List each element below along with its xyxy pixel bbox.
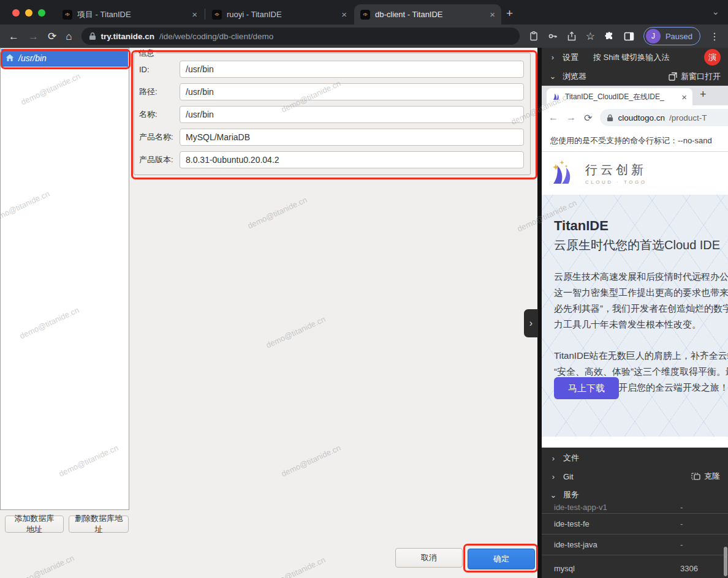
name-field[interactable] [180, 106, 524, 123]
share-icon[interactable] [567, 31, 577, 41]
close-icon[interactable]: × [681, 92, 687, 102]
bookmark-star-icon[interactable]: ☆ [586, 31, 595, 42]
address-bar[interactable]: try.titanide.cn/ide/web/coding/db-client… [82, 28, 520, 45]
password-key-icon[interactable] [548, 31, 558, 41]
db-info-form: 信息 ID: 路径: 名称: 产品名称: 产品版本: 取消 确定 [129, 48, 537, 578]
reload-icon[interactable]: ⟳ [48, 31, 56, 42]
close-window-button[interactable] [12, 9, 20, 17]
info-fieldset: 信息 ID: 路径: 名称: 产品名称: 产品版本: [134, 53, 531, 175]
service-port: - [680, 519, 683, 528]
git-clone-label: 克隆 [704, 471, 720, 482]
reload-icon[interactable]: ⟳ [584, 112, 592, 124]
embedded-new-tab-button[interactable]: + [700, 88, 707, 101]
service-name: ide-test-app-v1 [554, 503, 607, 512]
id-field[interactable] [180, 61, 524, 78]
tab-project[interactable]: ‹t› 项目 - TitanIDE × [56, 4, 203, 24]
service-row[interactable]: ide-test-java - [542, 535, 728, 555]
extensions-puzzle-icon[interactable] [604, 31, 615, 42]
hero-subtitle: 云原生时代您的首选Cloud IDE [554, 237, 728, 253]
back-icon[interactable]: ← [9, 31, 19, 42]
embedded-address-bar[interactable]: cloudtogo.cn/product-T [600, 109, 728, 126]
new-tab-button[interactable]: + [506, 7, 513, 20]
db-address-panel: /usr/bin 添加数据库地址 删除数据库地址 [0, 48, 129, 578]
clipboard-icon[interactable] [529, 31, 539, 41]
tab-title: ruoyi - TitanIDE [227, 10, 336, 19]
git-clone-button[interactable]: 克隆 [691, 471, 720, 482]
service-row[interactable]: mysql 3306 [542, 555, 728, 578]
embedded-toolbar: ← → ⟳ cloudtogo.cn/product-T [542, 105, 728, 130]
git-section-row[interactable]: › Git 克隆 [542, 467, 728, 486]
tab-db-client-active[interactable]: ‹t› db-client - TitanIDE × [354, 4, 501, 24]
home-icon [6, 54, 14, 62]
close-icon[interactable]: × [490, 9, 495, 20]
files-label: 文件 [563, 452, 579, 464]
forward-icon[interactable]: → [28, 31, 39, 42]
close-icon[interactable]: × [341, 9, 347, 20]
back-icon[interactable]: ← [548, 112, 558, 123]
service-row[interactable]: ide-test-app-v1 - [542, 499, 728, 514]
browser-content-gap [542, 437, 728, 448]
chevron-right-icon: › [550, 472, 557, 481]
add-db-address-button[interactable]: 添加数据库地址 [5, 516, 64, 533]
tab-search-chevron-icon[interactable]: ⌄ [711, 6, 719, 17]
url-path: /product-T [669, 113, 707, 122]
demo-badge[interactable]: 演 [704, 49, 721, 66]
tree-item-usr-bin[interactable]: /usr/bin [1, 49, 128, 67]
open-new-window-button[interactable]: 新窗口打开 [669, 71, 721, 82]
field-label: 产品名称: [139, 132, 180, 143]
ok-button[interactable]: 确定 [468, 549, 535, 569]
chrome-toolbar: ← → ⟳ ⌂ try.titanide.cn/ide/web/coding/d… [0, 24, 728, 48]
git-label: Git [563, 472, 574, 481]
home-icon[interactable]: ⌂ [66, 31, 72, 42]
embedded-tab[interactable]: TitanIDE_CloudIDE_在线IDE_ × [547, 88, 692, 105]
collapse-sidebar-handle[interactable]: › [524, 309, 538, 337]
path-field[interactable] [180, 83, 524, 100]
settings-label: 设置 [563, 52, 578, 63]
tab-ruoyi[interactable]: ‹t› ruoyi - TitanIDE × [206, 4, 353, 24]
forward-icon[interactable]: → [566, 112, 576, 123]
ide-sidebar: › 设置 按 Shift 键切换输入法 演 ⌄ 浏览器 新窗口打开 TitanI… [542, 48, 728, 578]
field-label: 产品版本: [139, 154, 180, 165]
titanide-favicon: ‹t› [63, 10, 72, 20]
remove-db-address-button[interactable]: 删除数据库地址 [69, 516, 129, 533]
close-icon[interactable]: × [192, 9, 197, 20]
settings-section-row[interactable]: › 设置 按 Shift 键切换输入法 演 [542, 48, 728, 67]
paragraph-line: 力工具几十年未曾发生根本性改变。 [554, 317, 728, 332]
download-now-button[interactable]: 马上下载 [554, 377, 619, 399]
paragraph-line: TitanIDE站在无数巨人的肩膀上，补齐全云端 [554, 348, 728, 364]
profile-paused-button[interactable]: J Paused [643, 27, 700, 45]
cloudtogo-favicon [552, 92, 561, 101]
cloudtogo-logo-icon [550, 159, 579, 187]
form-row-product-version: 产品版本: [139, 151, 524, 169]
service-row[interactable]: ide-test-fe - [542, 514, 728, 535]
scrollbar-thumb[interactable] [724, 547, 727, 576]
minimize-window-button[interactable] [25, 9, 32, 17]
url-host: cloudtogo.cn [618, 113, 665, 122]
open-new-window-label: 新窗口打开 [681, 71, 721, 82]
tree-item-label: /usr/bin [18, 53, 47, 63]
window-controls [12, 9, 45, 17]
form-row-path: 路径: [139, 83, 524, 101]
files-section-row[interactable]: › 文件 [542, 449, 728, 467]
field-label: 路径: [139, 86, 180, 97]
hero-title: TitanIDE [554, 218, 728, 234]
embedded-tab-title: TitanIDE_CloudIDE_在线IDE_ [565, 92, 677, 102]
services-list: ide-test-app-v1 - ide-test-fe - ide-test… [542, 499, 728, 578]
cancel-button[interactable]: 取消 [395, 548, 463, 568]
lock-icon [89, 32, 96, 40]
product-version-field[interactable] [180, 151, 524, 168]
chevron-down-icon: ⌄ [549, 72, 556, 81]
fieldset-legend: 信息 [137, 48, 156, 59]
maximize-window-button[interactable] [38, 9, 45, 17]
service-name: ide-test-fe [554, 519, 590, 528]
titanide-favicon: ‹t› [212, 10, 222, 20]
kebab-menu-icon[interactable]: ⋮ [710, 31, 719, 42]
product-name-field[interactable] [180, 129, 524, 146]
titanide-hero-section: TitanIDE 云原生时代您的首选Cloud IDE 云原生技术高速发展和后疫… [542, 195, 728, 437]
logo-name: 行云创新 [585, 162, 646, 178]
browser-section-row[interactable]: ⌄ 浏览器 新窗口打开 [542, 67, 728, 86]
hero-paragraph-1: 云原生技术高速发展和后疫情时代远程办公等 这一智力密集型工作提出更高的要求也带来… [554, 269, 728, 332]
panel-divider[interactable]: › [537, 48, 542, 578]
paragraph-line: 这一智力密集型工作提出更高的要求也带来了 [554, 285, 728, 301]
side-panel-icon[interactable] [624, 31, 634, 42]
